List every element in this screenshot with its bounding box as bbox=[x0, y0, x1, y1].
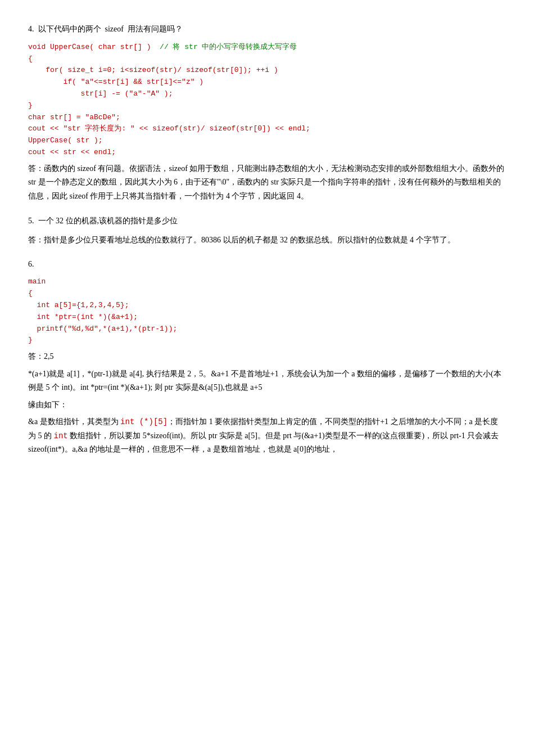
question-6-label: 6. bbox=[28, 258, 506, 271]
answer-6-explanation1: *(a+1)就是 a[1]，*(ptr-1)就是 a[4], 执行结果是 2，5… bbox=[28, 367, 506, 395]
question-5-label: 5. 一个 32 位的机器,该机器的指针是多少位 bbox=[28, 217, 178, 225]
answer-6-explanation2: &a 是数组指针，其类型为 int (*)[5]；而指针加 1 要依据指针类型加… bbox=[28, 415, 506, 457]
answer-5-text: 答：指针是多少位只要看地址总线的位数就行了。80386 以后的机子都是 32 的… bbox=[28, 233, 506, 248]
section-q4: 4. 以下代码中的两个 sizeof 用法有问题吗？ void UpperCas… bbox=[28, 22, 506, 203]
question-4-title: 4. 以下代码中的两个 sizeof 用法有问题吗？ bbox=[28, 22, 506, 36]
section-q6: 6. main { int a[5]={1,2,3,4,5}; int *ptr… bbox=[28, 258, 506, 457]
answer-4-text: 答：函数内的 sizeof 有问题。依据语法，sizeof 如用于数组，只能测出… bbox=[28, 162, 506, 204]
code-block-q6: main { int a[5]={1,2,3,4,5}; int *ptr=(i… bbox=[28, 276, 506, 346]
page-content: 4. 以下代码中的两个 sizeof 用法有问题吗？ void UpperCas… bbox=[28, 22, 506, 457]
answer-6-result: 答：2,5 bbox=[28, 350, 506, 364]
question-4-label: 4. 以下代码中的两个 sizeof 用法有问题吗？ bbox=[28, 25, 183, 33]
answer-6-reason-label: 缘由如下： bbox=[28, 398, 506, 412]
code-block-q4: void UpperCase( char str[] ) // 将 str 中的… bbox=[28, 42, 506, 159]
question-5-title: 5. 一个 32 位的机器,该机器的指针是多少位 bbox=[28, 214, 506, 228]
section-q5: 5. 一个 32 位的机器,该机器的指针是多少位 答：指针是多少位只要看地址总线… bbox=[28, 214, 506, 247]
